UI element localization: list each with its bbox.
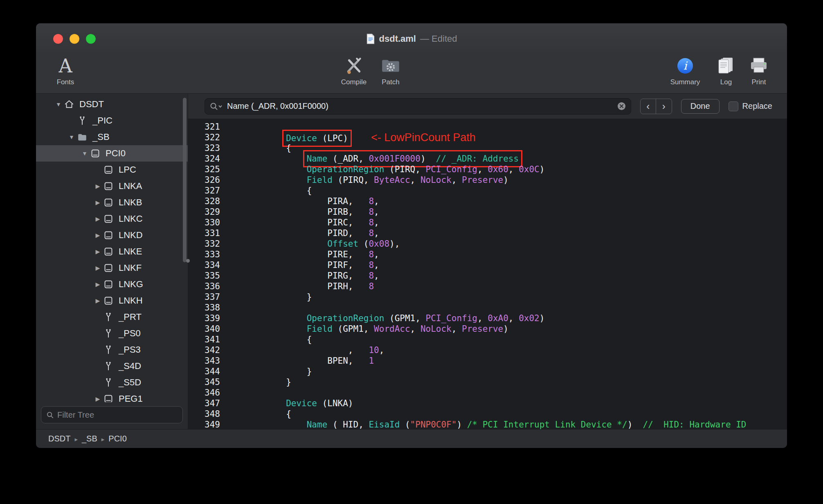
tree-item-lnka[interactable]: ▶LNKA — [36, 178, 188, 194]
code-line: 327 { — [188, 185, 787, 196]
disclosure-closed-icon[interactable]: ▶ — [92, 297, 103, 304]
close-button[interactable] — [53, 34, 63, 44]
find-bar: ‹ › Done Replace — [188, 94, 787, 119]
disclosure-closed-icon[interactable]: ▶ — [92, 396, 103, 402]
toolbar: A Fonts Compile — [36, 54, 787, 94]
tree-item-s4d[interactable]: _S4D — [36, 358, 188, 374]
tree-item-pci0[interactable]: ▼PCI0 — [36, 145, 188, 162]
compile-button[interactable]: Compile — [334, 54, 373, 86]
line-number: 327 — [188, 185, 220, 196]
zoom-button[interactable] — [86, 34, 96, 44]
line-number: 349 — [188, 419, 220, 429]
code-editor[interactable]: 321322 Device (LPC)<- LowPinCount Path32… — [188, 119, 787, 429]
tree-item-label: _SB — [92, 132, 110, 142]
sidebar-tree[interactable]: ▼DSDT_PIC▼_SB▼PCI0LPC▶LNKA▶LNKB▶LNKC▶LNK… — [36, 94, 188, 402]
tree-item-lnkd[interactable]: ▶LNKD — [36, 227, 188, 243]
search-input[interactable] — [227, 101, 613, 111]
disclosure-closed-icon[interactable]: ▶ — [92, 232, 103, 239]
fonts-button[interactable]: A Fonts — [46, 54, 85, 86]
code-line: 321 — [188, 122, 787, 132]
code-line: 338 — [188, 302, 787, 313]
line-number: 346 — [188, 387, 220, 398]
content-pane: ‹ › Done Replace 321322 Device (LPC)<- L… — [188, 94, 787, 429]
code-line: 326 Field (PIRQ, ByteAcc, NoLock, Preser… — [188, 175, 787, 185]
disclosure-closed-icon[interactable]: ▶ — [92, 281, 103, 288]
main-split: ▼DSDT_PIC▼_SB▼PCI0LPC▶LNKA▶LNKB▶LNKC▶LNK… — [36, 94, 787, 429]
line-number: 336 — [188, 281, 220, 292]
tree-item-s5d[interactable]: _S5D — [36, 374, 188, 391]
find-previous-button[interactable]: ‹ — [641, 99, 656, 114]
tree-item-lnkh[interactable]: ▶LNKH — [36, 292, 188, 309]
print-label: Print — [739, 78, 778, 86]
line-number: 339 — [188, 313, 220, 324]
tree-item-lnke[interactable]: ▶LNKE — [36, 243, 188, 260]
line-number: 337 — [188, 292, 220, 302]
code-line: 336 PIRH, 8 — [188, 281, 787, 292]
tree-item-pic[interactable]: _PIC — [36, 112, 188, 129]
clear-search-icon[interactable] — [617, 102, 626, 110]
tree-item-prt[interactable]: _PRT — [36, 309, 188, 325]
titlebar[interactable]: dsdt.aml — Edited — [36, 23, 787, 54]
document-icon — [366, 34, 375, 44]
line-number: 343 — [188, 356, 220, 366]
minimize-button[interactable] — [70, 34, 79, 44]
fonts-label: Fonts — [46, 78, 85, 86]
filter-tree-field[interactable] — [41, 406, 183, 423]
line-number: 332 — [188, 239, 220, 249]
device-icon — [103, 164, 114, 175]
annotation-box: Name (_ADR, 0x001F0000) // _ADR: Address — [307, 154, 519, 164]
line-number: 340 — [188, 324, 220, 334]
tree-item-label: _PIC — [92, 115, 112, 126]
device-icon — [90, 148, 101, 159]
search-field[interactable] — [205, 98, 631, 115]
line-number: 335 — [188, 270, 220, 281]
status-bar: DSDT▸_SB▸PCI0 — [36, 429, 787, 448]
tree-item-label: DSDT — [79, 99, 104, 110]
disclosure-open-icon[interactable]: ▼ — [66, 134, 77, 140]
summary-button[interactable]: i Summary — [666, 54, 705, 86]
tree-item-lnkg[interactable]: ▶LNKG — [36, 276, 188, 292]
title-filename: dsdt.aml — [379, 34, 416, 44]
disclosure-closed-icon[interactable]: ▶ — [92, 248, 103, 255]
sidebar-scrollbar-thumb[interactable] — [183, 98, 187, 262]
code-line: 344 } — [188, 366, 787, 377]
tree-item-dsdt[interactable]: ▼DSDT — [36, 96, 188, 112]
tree-item-ps0[interactable]: _PS0 — [36, 325, 188, 342]
code-line: 340 Field (GPM1, WordAcc, NoLock, Preser… — [188, 324, 787, 334]
disclosure-open-icon[interactable]: ▼ — [53, 101, 64, 108]
tree-item-label: PEG1 — [119, 394, 143, 402]
breadcrumb-separator: ▸ — [74, 436, 78, 443]
done-button[interactable]: Done — [681, 99, 720, 114]
line-number: 321 — [188, 122, 220, 132]
code-line: 334 PIRF, 8, — [188, 260, 787, 270]
tree-item-peg1[interactable]: ▶PEG1 — [36, 391, 188, 402]
replace-checkbox[interactable] — [729, 101, 738, 111]
disclosure-closed-icon[interactable]: ▶ — [92, 199, 103, 206]
find-next-button[interactable]: › — [656, 99, 672, 114]
disclosure-closed-icon[interactable]: ▶ — [92, 183, 103, 189]
tree-item-lpc[interactable]: LPC — [36, 162, 188, 178]
code-line: 348 { — [188, 409, 787, 419]
tree-item-ps3[interactable]: _PS3 — [36, 342, 188, 358]
print-icon — [739, 54, 778, 77]
code-line: 328 PIRA, 8, — [188, 196, 787, 207]
disclosure-closed-icon[interactable]: ▶ — [92, 265, 103, 271]
code-line: 333 PIRE, 8, — [188, 249, 787, 260]
tree-item-label: LPC — [119, 164, 136, 175]
line-number: 331 — [188, 228, 220, 239]
print-button[interactable]: Print — [739, 54, 778, 86]
pane-splitter-handle[interactable] — [186, 259, 190, 263]
filter-tree-input[interactable] — [57, 410, 178, 420]
house-icon — [64, 99, 74, 110]
tree-item-lnkc[interactable]: ▶LNKC — [36, 211, 188, 227]
device-icon — [103, 394, 114, 402]
patch-button[interactable]: Patch — [371, 54, 410, 86]
breadcrumb-item: DSDT — [48, 434, 70, 443]
tree-item-sb[interactable]: ▼_SB — [36, 129, 188, 145]
tree-item-lnkb[interactable]: ▶LNKB — [36, 194, 188, 211]
code-line: 339 OperationRegion (GPM1, PCI_Config, 0… — [188, 313, 787, 324]
disclosure-closed-icon[interactable]: ▶ — [92, 216, 103, 222]
traffic-lights — [53, 23, 96, 54]
disclosure-open-icon[interactable]: ▼ — [79, 150, 90, 157]
tree-item-lnkf[interactable]: ▶LNKF — [36, 260, 188, 276]
